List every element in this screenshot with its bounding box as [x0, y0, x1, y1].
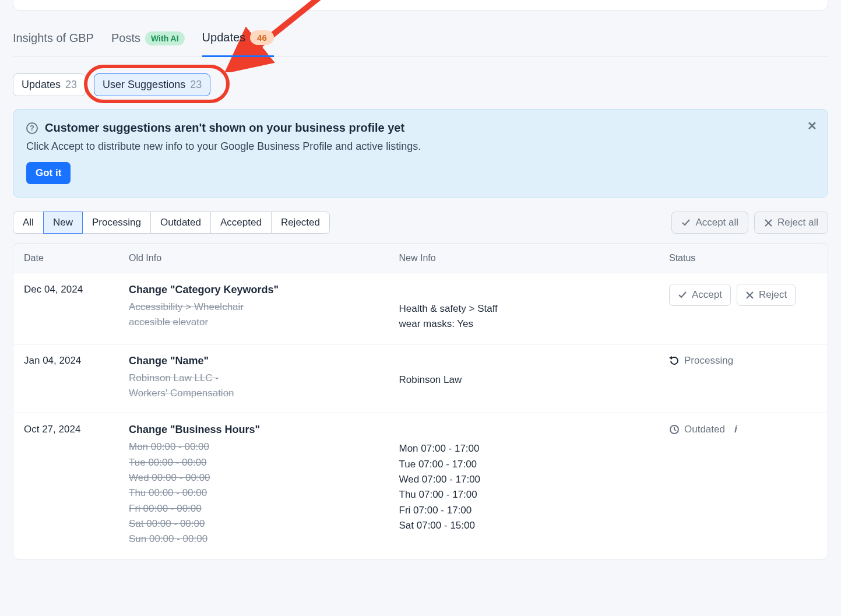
refresh-icon — [669, 355, 680, 366]
new-lines: Mon 07:00 - 17:00Tue 07:00 - 17:00Wed 07… — [399, 441, 649, 533]
status-outdated: Outdatedi — [669, 424, 737, 435]
filter-accepted[interactable]: Accepted — [210, 212, 272, 234]
old-lines: Robinson Law LLC -Workers' Compensation — [129, 371, 378, 402]
cell-date: Dec 04, 2024 — [13, 273, 118, 307]
col-old: Old Info — [118, 244, 389, 273]
change-title: Change "Category Keywords" — [129, 284, 378, 296]
accept-button[interactable]: Accept — [669, 284, 731, 306]
info-banner: ✕ ? Customer suggestions aren't shown on… — [13, 109, 828, 198]
info-icon[interactable]: i — [734, 424, 737, 435]
accept-all-button[interactable]: Accept all — [671, 212, 748, 234]
change-title: Change "Name" — [129, 355, 378, 367]
status-processing-label: Processing — [684, 355, 733, 367]
status-filter-group: All New Processing Outdated Accepted Rej… — [13, 212, 330, 234]
filter-outdated[interactable]: Outdated — [150, 212, 211, 234]
cell-old-info: Change "Name"Robinson Law LLC -Workers' … — [118, 344, 389, 413]
x-icon — [764, 219, 773, 227]
filter-rejected[interactable]: Rejected — [271, 212, 330, 234]
subtab-user-suggestions-count: 23 — [190, 79, 202, 91]
cell-date: Jan 04, 2024 — [13, 344, 118, 378]
top-tabs: Insights of GBP Posts With AI Updates 46 — [13, 27, 828, 57]
table-row: Oct 27, 2024Change "Business Hours"Mon 0… — [13, 413, 828, 558]
tab-posts-label: Posts — [111, 31, 140, 45]
suggestions-table: Date Old Info New Info Status Dec 04, 20… — [13, 243, 828, 559]
clock-icon — [669, 424, 680, 435]
cell-status: Outdatedi — [659, 413, 828, 449]
tab-insights[interactable]: Insights of GBP — [13, 28, 94, 55]
reject-all-label: Reject all — [777, 217, 818, 228]
question-icon: ? — [26, 122, 38, 134]
col-date: Date — [13, 244, 118, 273]
old-lines: Mon 00:00 - 00:00Tue 00:00 - 00:00Wed 00… — [129, 439, 378, 547]
subtab-user-suggestions[interactable]: User Suggestions 23 — [94, 73, 210, 96]
gotit-button[interactable]: Got it — [26, 162, 71, 184]
filter-row: All New Processing Outdated Accepted Rej… — [13, 212, 828, 234]
status-outdated-label: Outdated — [684, 424, 725, 435]
banner-title: Customer suggestions aren't shown on you… — [45, 121, 404, 135]
subtabs: Updates 23 User Suggestions 23 — [13, 73, 828, 96]
new-lines: Health & safety > Staffwear masks: Yes — [399, 301, 649, 332]
new-lines: Robinson Law — [399, 372, 649, 388]
svg-marker-6 — [669, 356, 672, 360]
close-icon[interactable]: ✕ — [807, 119, 817, 133]
cell-new-info: Mon 07:00 - 17:00Tue 07:00 - 17:00Wed 07… — [389, 413, 659, 545]
x-icon — [745, 291, 754, 300]
col-status: Status — [659, 244, 828, 273]
banner-body: Click Accept to distribute new info to y… — [26, 140, 815, 153]
cell-status: AcceptReject — [659, 273, 828, 318]
tab-updates-label: Updates — [202, 31, 246, 44]
tab-updates[interactable]: Updates 46 — [202, 27, 274, 57]
table-row: Dec 04, 2024Change "Category Keywords"Ac… — [13, 273, 828, 344]
filter-new[interactable]: New — [43, 212, 83, 234]
bulk-buttons: Accept all Reject all — [671, 212, 828, 234]
filter-processing[interactable]: Processing — [82, 212, 151, 234]
updates-count-badge: 46 — [250, 30, 274, 45]
tab-insights-label: Insights of GBP — [13, 31, 94, 45]
subtab-updates[interactable]: Updates 23 — [13, 73, 86, 96]
reject-label: Reject — [759, 289, 787, 301]
old-lines: Accessibility > Wheelchairaccesible elev… — [129, 300, 378, 330]
reject-all-button[interactable]: Reject all — [754, 212, 828, 234]
cell-old-info: Change "Category Keywords"Accessibility … — [118, 273, 389, 342]
cell-date: Oct 27, 2024 — [13, 413, 118, 447]
cell-new-info: Robinson Law — [389, 344, 659, 399]
table-row: Jan 04, 2024Change "Name"Robinson Law LL… — [13, 344, 828, 413]
filter-all[interactable]: All — [13, 212, 44, 234]
col-new: New Info — [389, 244, 659, 273]
status-processing: Processing — [669, 355, 733, 367]
cell-new-info: Health & safety > Staffwear masks: Yes — [389, 273, 659, 344]
top-card-edge — [13, 0, 828, 10]
cell-old-info: Change "Business Hours"Mon 00:00 - 00:00… — [118, 413, 389, 558]
subtab-updates-label: Updates — [22, 79, 61, 91]
subtab-updates-count: 23 — [65, 79, 77, 91]
table-header: Date Old Info New Info Status — [13, 244, 828, 273]
accept-all-label: Accept all — [695, 217, 738, 228]
subtab-user-suggestions-label: User Suggestions — [103, 79, 185, 91]
tab-posts[interactable]: Posts With AI — [111, 28, 185, 56]
check-icon — [678, 290, 687, 300]
cell-status: Processing — [659, 344, 828, 380]
accept-label: Accept — [692, 289, 722, 301]
change-title: Change "Business Hours" — [129, 424, 378, 436]
reject-button[interactable]: Reject — [737, 284, 796, 306]
posts-ai-badge: With AI — [145, 31, 185, 45]
check-icon — [681, 218, 691, 227]
